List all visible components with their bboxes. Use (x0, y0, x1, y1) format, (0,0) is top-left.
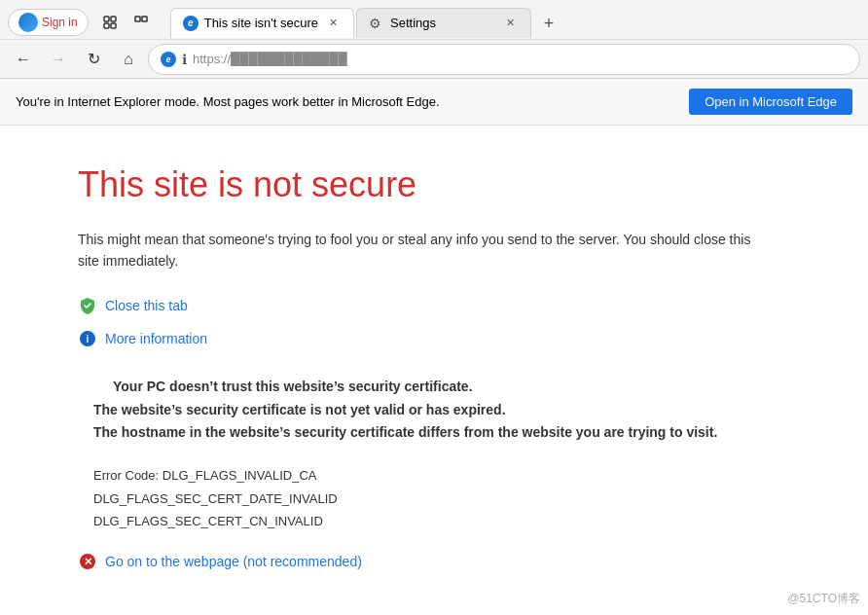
tab-bar: e This site isn't secure ✕ ⚙ Settings ✕ … (163, 8, 860, 38)
title-bar: Sign in e This site isn't secure ✕ ⚙ (0, 0, 868, 39)
tab-insecure[interactable]: e This site isn't secure ✕ (170, 8, 354, 38)
action-links: Close this tab i More information (78, 296, 810, 348)
address-bar[interactable]: e ℹ https://█████████████ (148, 44, 860, 75)
info-icon: ℹ (182, 52, 187, 67)
main-content: This site is not secure This might mean … (0, 126, 868, 610)
svg-rect-2 (104, 23, 109, 28)
detail-line-2: The website’s security certificate is no… (93, 399, 810, 422)
home-button[interactable]: ⌂ (113, 44, 144, 75)
tab-list-button[interactable] (96, 9, 124, 36)
minimize-button[interactable] (127, 9, 155, 36)
more-info-link[interactable]: i More information (78, 329, 810, 348)
error-code-2: DLG_FLAGS_SEC_CERT_DATE_INVALID (93, 488, 810, 510)
close-tab-label: Close this tab (105, 298, 188, 313)
close-tab-link[interactable]: Close this tab (78, 296, 810, 315)
refresh-button[interactable]: ↻ (78, 44, 109, 75)
svg-rect-0 (104, 17, 109, 21)
error-description: This might mean that someone's trying to… (78, 229, 759, 272)
svg-rect-5 (142, 17, 147, 21)
ie-favicon: e (183, 16, 199, 31)
address-text: https://█████████████ (193, 52, 848, 66)
sign-in-button[interactable]: Sign in (8, 9, 89, 36)
open-in-edge-button[interactable]: Open in Microsoft Edge (689, 89, 852, 115)
forward-button[interactable]: → (43, 44, 74, 75)
tab-settings-title: Settings (390, 16, 495, 30)
tab-insecure-title: This site isn't secure (204, 16, 318, 30)
tab-settings[interactable]: ⚙ Settings ✕ (356, 8, 531, 38)
detail-line-1: Your PC doesn’t trust this website’s sec… (93, 376, 810, 399)
svg-text:i: i (87, 334, 90, 344)
info-banner: You're in Internet Explorer mode. Most p… (0, 79, 868, 126)
go-to-page-label: Go on to the webpage (not recommended) (105, 554, 362, 569)
tab-insecure-close[interactable]: ✕ (324, 15, 342, 32)
address-favicon: e (161, 52, 176, 67)
browser-window-actions (96, 9, 155, 36)
tab-settings-close[interactable]: ✕ (501, 15, 519, 32)
new-tab-button[interactable]: + (535, 11, 562, 38)
error-title: This site is not secure (78, 164, 810, 205)
ms-edge-link[interactable]: Microsoft Edge (351, 94, 436, 109)
svg-rect-1 (111, 17, 116, 21)
info-banner-text: You're in Internet Explorer mode. Most p… (16, 94, 440, 109)
back-button[interactable]: ← (8, 44, 39, 75)
svg-rect-3 (111, 23, 116, 28)
warning-badge-icon: ✕ (78, 552, 97, 571)
settings-favicon: ⚙ (369, 16, 384, 31)
shield-icon (78, 296, 97, 315)
browser-chrome: Sign in e This site isn't secure ✕ ⚙ (0, 0, 868, 79)
info-circle-icon: i (78, 329, 97, 348)
sign-in-label: Sign in (42, 16, 78, 29)
error-code-3: DLG_FLAGS_SEC_CERT_CN_INVALID (93, 510, 810, 532)
detail-line-3: The hostname in the website’s security c… (93, 421, 810, 445)
more-info-label: More information (105, 331, 207, 346)
nav-bar: ← → ↻ ⌂ e ℹ https://█████████████ (0, 39, 868, 78)
ie-mode-link[interactable]: Internet Explorer mode (67, 94, 196, 109)
error-details: Your PC doesn’t trust this website’s sec… (78, 376, 810, 445)
error-code-label: Error Code: DLG_FLAGS_INVALID_CA (93, 464, 810, 487)
watermark: @51CTO博客 (787, 591, 860, 607)
go-to-page-link[interactable]: ✕ Go on to the webpage (not recommended) (78, 552, 810, 571)
avatar (18, 13, 38, 32)
svg-rect-4 (135, 17, 140, 21)
svg-text:✕: ✕ (84, 556, 92, 567)
error-codes-section: Error Code: DLG_FLAGS_INVALID_CA DLG_FLA… (78, 464, 810, 532)
